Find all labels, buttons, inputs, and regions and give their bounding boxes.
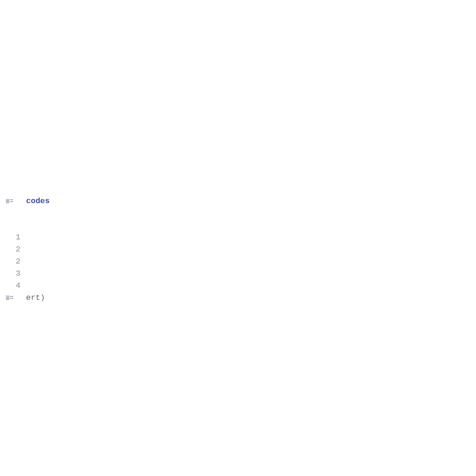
line-number: 4 (7, 280, 20, 292)
code-line[interactable]: 2 (7, 256, 473, 268)
code-editor[interactable]: ≣= codes 1 2 2 3 4 ≣= ert) (7, 195, 473, 328)
line-number: 2 (7, 256, 20, 268)
section-label: codes (26, 195, 50, 207)
code-line[interactable]: 1 (7, 231, 473, 244)
fold-icon[interactable]: ≣= (6, 292, 13, 304)
line-number: 1 (7, 231, 20, 244)
section-close: ert) (26, 292, 45, 304)
code-line[interactable]: 3 (7, 268, 473, 280)
fold-footer-line: ≣= ert) (7, 292, 473, 328)
line-number: 3 (7, 268, 20, 280)
fold-header-line: ≣= codes (7, 195, 473, 231)
code-line[interactable]: 4 (7, 280, 473, 292)
code-line[interactable]: 2 (7, 244, 473, 256)
line-number: 2 (7, 244, 20, 256)
fold-icon[interactable]: ≣= (6, 195, 13, 207)
